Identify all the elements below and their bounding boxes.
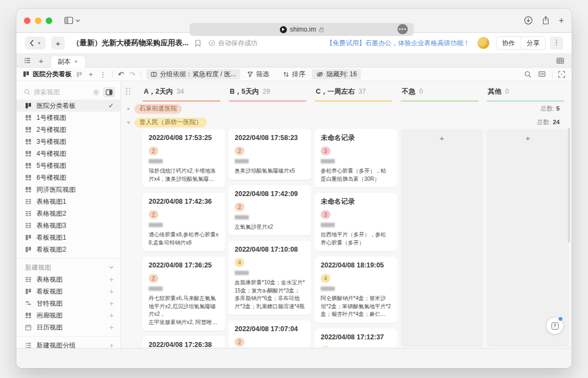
record-card[interactable]: 2022/04/08 17:36:252丹七软胶囊x6,马来酸左氨氯地平片x2,… bbox=[143, 257, 225, 331]
gallery-icon bbox=[25, 126, 32, 133]
trial-link[interactable]: 【免费试用】石墨办公，体验企业表格高级功能！ bbox=[326, 39, 470, 48]
record-card[interactable]: 2022/04/08 17:58:232奥美沙坦酯氢氯噻嗪片x5 bbox=[229, 129, 311, 180]
back-button[interactable]: ▼ bbox=[25, 36, 46, 50]
collapse-sidebar-button[interactable] bbox=[103, 87, 115, 97]
group-by-button[interactable]: 分组依据：紧急程度 / 医... bbox=[146, 69, 240, 80]
plus-icon: + bbox=[109, 323, 114, 332]
add-sheet-button[interactable]: + bbox=[39, 56, 44, 65]
column-underline bbox=[487, 100, 565, 102]
sidebar-item-view-0[interactable]: 医院分类看板✓ bbox=[16, 100, 120, 112]
sidebar-item-view-6[interactable]: 6号楼视图 bbox=[16, 172, 120, 184]
create-view-item-3[interactable]: 画廊视图+ bbox=[16, 309, 120, 321]
card-title: 2022/04/08 17:42:36 bbox=[149, 197, 219, 206]
create-view-item-0[interactable]: 表格视图+ bbox=[16, 273, 120, 285]
filter-button[interactable]: 筛选 bbox=[247, 70, 269, 79]
table-mode-button[interactable] bbox=[556, 57, 564, 64]
extensions-button[interactable]: ••• bbox=[397, 24, 408, 34]
sidebar-item-view-10[interactable]: 表格视图3 bbox=[16, 220, 120, 231]
hidden-columns-button[interactable]: 隐藏列: 16 bbox=[312, 69, 361, 80]
group-name-pill[interactable]: 普人民（原纺一医院） bbox=[134, 118, 207, 127]
sidebar-item-view-1[interactable]: 1号楼视图 bbox=[16, 112, 120, 124]
help-button[interactable]: ? bbox=[547, 318, 563, 334]
record-card[interactable]: 未命名记录3参松养心胶囊（多开），精蛋白重组胰岛素（30R） bbox=[315, 129, 397, 187]
sort-button[interactable]: 排序 bbox=[283, 70, 305, 79]
undo-button[interactable]: ↶ bbox=[118, 70, 124, 78]
record-card[interactable]: 2022/04/08 17:07:042 bbox=[229, 320, 311, 347]
add-card-button[interactable]: + bbox=[401, 129, 483, 143]
share-doc-button[interactable]: 分享 bbox=[520, 37, 545, 49]
column-count: 0 bbox=[505, 88, 509, 95]
share-page-button[interactable] bbox=[542, 16, 550, 25]
close-window-button[interactable] bbox=[24, 17, 30, 24]
record-card[interactable]: 2022/04/08 17:42:362通心络胶囊x8,参松养心胶囊x8,孟鲁司… bbox=[143, 193, 225, 251]
gallery-icon bbox=[25, 312, 32, 319]
avatar[interactable] bbox=[477, 37, 489, 49]
collaborate-button[interactable]: 协作 bbox=[497, 37, 520, 49]
sidebar-item-view-5[interactable]: 5号楼视图 bbox=[16, 160, 120, 172]
plus-icon: + bbox=[109, 311, 114, 320]
sidebar-item-view-11[interactable]: 看板视图1 bbox=[16, 231, 120, 243]
address-bar[interactable]: shimo.im bbox=[189, 23, 414, 36]
new-doc-button[interactable]: + bbox=[51, 36, 65, 50]
collapse-caret-icon[interactable] bbox=[126, 106, 131, 112]
tab-active[interactable]: 副本 ▼ bbox=[51, 56, 85, 68]
record-card[interactable]: 2022/04/08 17:53:252瑞舒伐他汀钙片x2,卡维地洛片x4，澳美… bbox=[143, 129, 225, 187]
row-height-button[interactable] bbox=[538, 71, 546, 77]
record-card[interactable]: 2022/04/08 17:10:084血脂康胶囊*10盒；金水宝片*15盒；复… bbox=[229, 241, 311, 315]
sidebar-item-view-7[interactable]: 同济医院视图 bbox=[16, 184, 120, 196]
bookmark-icon[interactable] bbox=[195, 40, 201, 47]
kanban-icon bbox=[25, 246, 32, 253]
column-header-2[interactable]: C，一周左右37 bbox=[315, 81, 397, 102]
fullscreen-button[interactable] bbox=[558, 71, 565, 78]
sidebar-item-view-3[interactable]: 3号楼视图 bbox=[16, 136, 120, 148]
sidebar-item-view-4[interactable]: 4号楼视图 bbox=[16, 148, 120, 160]
new-tab-button[interactable]: + bbox=[559, 16, 564, 25]
sidebar-item-label: 4号楼视图 bbox=[36, 149, 114, 158]
search-views-input[interactable] bbox=[34, 88, 89, 96]
create-view-section-header[interactable]: 新建视图 bbox=[16, 261, 120, 273]
sidebar-toggle-button[interactable] bbox=[64, 16, 80, 25]
column-header-0[interactable]: A，2天内34 bbox=[143, 81, 225, 102]
autosave-status: 自动保存成功 bbox=[209, 39, 257, 48]
view-more-button[interactable]: ⋮ bbox=[100, 70, 107, 78]
create-view-item-4[interactable]: 日历视图+ bbox=[16, 321, 120, 333]
vertical-scrollbar[interactable] bbox=[568, 128, 570, 242]
record-card[interactable]: 2022/04/08 17:12:374 bbox=[315, 328, 397, 347]
add-view-button[interactable]: + bbox=[89, 70, 93, 78]
gantt-icon bbox=[25, 300, 32, 307]
create-view-item-1[interactable]: 看板视图+ bbox=[16, 285, 120, 297]
sidebar-item-view-9[interactable]: 表格视图2 bbox=[16, 208, 120, 220]
column-header-4[interactable]: 其他0 bbox=[487, 81, 569, 102]
downloads-button[interactable] bbox=[524, 16, 533, 25]
minimize-window-button[interactable] bbox=[35, 17, 41, 24]
card-title: 2022/04/08 17:10:08 bbox=[235, 245, 305, 254]
kanban-icon bbox=[25, 234, 32, 241]
card-badge: 2 bbox=[235, 147, 244, 155]
group-total: 总数:5 bbox=[540, 105, 560, 113]
record-card[interactable]: 2022/04/08 17:42:092左氧氟沙星片x2 bbox=[229, 185, 311, 236]
card-body: 阿仑膦酸钠片*4盒；替米沙坦*2盒；苯磺酸氨氯地平片*2盒；银杏叶片*4盒；麻仁… bbox=[321, 295, 391, 319]
sidebar-item-view-2[interactable]: 2号楼视图 bbox=[16, 124, 120, 136]
column-header-top: C，一周左右37 bbox=[315, 87, 397, 96]
gear-icon[interactable] bbox=[93, 89, 100, 96]
column-header-1[interactable]: B，5天内29 bbox=[229, 81, 311, 102]
record-card[interactable]: 2022/04/08 17:26:38 bbox=[143, 336, 225, 347]
search-records-button[interactable] bbox=[524, 71, 531, 78]
column-headers: A，2天内34B，5天内29C，一周左右37不急0其他0 bbox=[143, 81, 572, 102]
more-options-button[interactable]: ⋮ bbox=[550, 36, 563, 50]
sidebar-item-view-8[interactable]: 表格视图1 bbox=[16, 196, 120, 208]
create-view-item-2[interactable]: 甘特视图+ bbox=[16, 297, 120, 309]
record-card[interactable]: 未命名记录3拉西地平片（多开），参松养心胶囊（多开） bbox=[315, 193, 397, 251]
zoom-window-button[interactable] bbox=[46, 17, 52, 24]
sidebar-item-view-12[interactable]: 看板视图2 bbox=[16, 243, 120, 255]
expand-caret-icon[interactable] bbox=[126, 120, 131, 125]
drag-handle[interactable] bbox=[126, 88, 131, 95]
add-card-button[interactable]: + bbox=[487, 129, 569, 143]
sheet-list-button[interactable] bbox=[24, 57, 31, 64]
redo-button[interactable]: ↷ bbox=[130, 70, 136, 78]
sidebar-item-label: 同济医院视图 bbox=[36, 185, 114, 194]
card-badge-row: 2 bbox=[149, 145, 219, 155]
column-header-3[interactable]: 不急0 bbox=[401, 81, 483, 102]
record-card[interactable]: 2022/04/08 18:19:054阿仑膦酸钠片*4盒；替米沙坦*2盒；苯磺… bbox=[315, 257, 397, 323]
group-name-pill[interactable]: 石泉街道医院 bbox=[134, 104, 182, 114]
